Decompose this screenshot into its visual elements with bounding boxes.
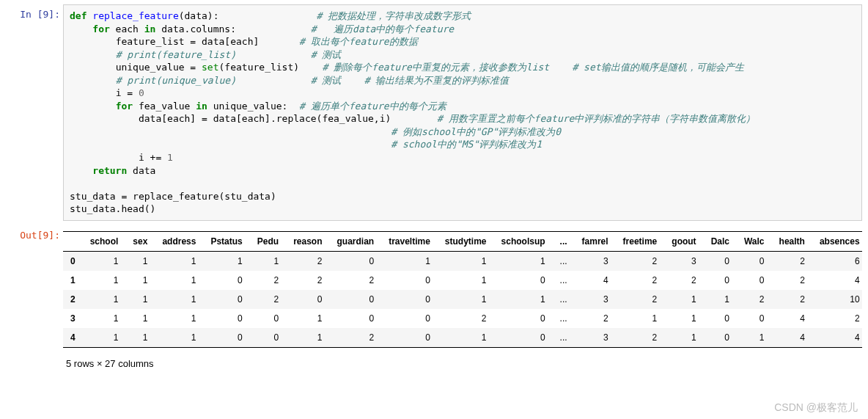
- table-cell: 1: [664, 290, 703, 309]
- table-cell: 1: [83, 290, 126, 309]
- dataframe-table: schoolsexaddressPstatusPedureasonguardia…: [63, 231, 862, 348]
- index-header: [63, 231, 83, 251]
- table-cell: 2: [772, 251, 812, 271]
- table-cell: 1: [125, 271, 155, 290]
- table-cell: 1: [83, 328, 126, 348]
- table-cell: 2: [616, 328, 665, 348]
- table-cell: 0: [737, 309, 772, 328]
- row-index: 0: [63, 251, 83, 271]
- column-header: ...: [553, 231, 575, 251]
- table-cell: 0: [203, 271, 249, 290]
- table-cell: 1: [438, 271, 494, 290]
- row-index: 1: [63, 271, 83, 290]
- table-cell: 0: [704, 309, 737, 328]
- table-cell: 1: [155, 309, 203, 328]
- input-prompt: In [9]:: [6, 4, 63, 26]
- table-cell: 1: [125, 328, 155, 348]
- table-cell: 0: [286, 290, 329, 309]
- table-cell: 1: [438, 251, 494, 271]
- row-index: 2: [63, 290, 83, 309]
- table-cell: 0: [381, 271, 438, 290]
- table-cell: 0: [329, 309, 381, 328]
- output-body: schoolsexaddressPstatusPedureasonguardia…: [63, 225, 862, 372]
- table-cell: 1: [125, 309, 155, 328]
- row-index: 4: [63, 328, 83, 348]
- table-cell: 1: [494, 251, 553, 271]
- table-cell: 0: [704, 328, 737, 348]
- column-header: famrel: [575, 231, 616, 251]
- column-header: freetime: [616, 231, 665, 251]
- table-cell: 2: [438, 309, 494, 328]
- table-cell: 0: [494, 309, 553, 328]
- table-cell: 1: [155, 290, 203, 309]
- code-editor[interactable]: def replace_feature(data): # 把数据处理，字符串改成…: [63, 4, 862, 221]
- table-row: 41110012010...321014410: [63, 328, 862, 348]
- table-row: 21110200011...3211221011: [63, 290, 862, 309]
- table-cell: ...: [553, 251, 575, 271]
- table-cell: 1: [438, 328, 494, 348]
- table-cell: 4: [812, 328, 862, 348]
- table-cell: 4: [772, 309, 812, 328]
- table-cell: 1: [494, 290, 553, 309]
- column-header: reason: [286, 231, 329, 251]
- table-cell: 1: [664, 309, 703, 328]
- table-cell: 2: [812, 309, 862, 328]
- table-cell: 2: [772, 271, 812, 290]
- table-cell: 1: [125, 251, 155, 271]
- column-header: schoolsup: [494, 231, 553, 251]
- table-cell: 1: [155, 328, 203, 348]
- table-cell: ...: [553, 290, 575, 309]
- column-header: address: [155, 231, 203, 251]
- table-cell: 1: [704, 290, 737, 309]
- table-cell: 1: [664, 328, 703, 348]
- table-cell: 0: [250, 309, 286, 328]
- table-cell: 2: [616, 271, 665, 290]
- table-cell: 0: [704, 271, 737, 290]
- table-cell: 3: [575, 290, 616, 309]
- table-cell: 1: [737, 328, 772, 348]
- table-cell: ...: [553, 328, 575, 348]
- column-header: Dalc: [704, 231, 737, 251]
- table-cell: 2: [737, 290, 772, 309]
- input-cell: In [9]: def replace_feature(data): # 把数据…: [6, 4, 862, 221]
- column-header: traveltime: [381, 231, 438, 251]
- table-cell: 3: [575, 328, 616, 348]
- table-cell: 1: [381, 251, 438, 271]
- table-cell: 2: [772, 290, 812, 309]
- table-header-row: schoolsexaddressPstatusPedureasonguardia…: [63, 231, 862, 251]
- table-cell: 1: [250, 251, 286, 271]
- table-cell: 2: [286, 271, 329, 290]
- table-cell: 2: [575, 309, 616, 328]
- table-row: 01111120111...323002611: [63, 251, 862, 271]
- table-cell: 0: [704, 251, 737, 271]
- table-cell: 2: [616, 290, 665, 309]
- column-header: Pedu: [250, 231, 286, 251]
- table-cell: 1: [616, 309, 665, 328]
- column-header: absences: [812, 231, 862, 251]
- table-cell: 0: [737, 251, 772, 271]
- table-cell: 0: [381, 309, 438, 328]
- table-cell: 3: [664, 251, 703, 271]
- table-row: 11110222010...422002411: [63, 271, 862, 290]
- column-header: health: [772, 231, 812, 251]
- table-cell: 2: [329, 271, 381, 290]
- table-cell: 1: [203, 251, 249, 271]
- column-header: sex: [125, 231, 155, 251]
- table-cell: 3: [575, 251, 616, 271]
- table-cell: 1: [155, 271, 203, 290]
- jupyter-notebook: In [9]: def replace_feature(data): # 把数据…: [0, 0, 868, 381]
- table-cell: 1: [125, 290, 155, 309]
- column-header: goout: [664, 231, 703, 251]
- column-header: studytime: [438, 231, 494, 251]
- table-row: 31110010020...211004230: [63, 309, 862, 328]
- dataframe-output: schoolsexaddressPstatusPedureasonguardia…: [63, 225, 862, 372]
- table-cell: 0: [494, 271, 553, 290]
- table-cell: 0: [203, 290, 249, 309]
- table-cell: 1: [438, 290, 494, 309]
- table-cell: 4: [575, 271, 616, 290]
- table-cell: 0: [329, 251, 381, 271]
- table-cell: 1: [286, 309, 329, 328]
- table-cell: 0: [250, 328, 286, 348]
- table-cell: 0: [381, 290, 438, 309]
- table-cell: 2: [250, 290, 286, 309]
